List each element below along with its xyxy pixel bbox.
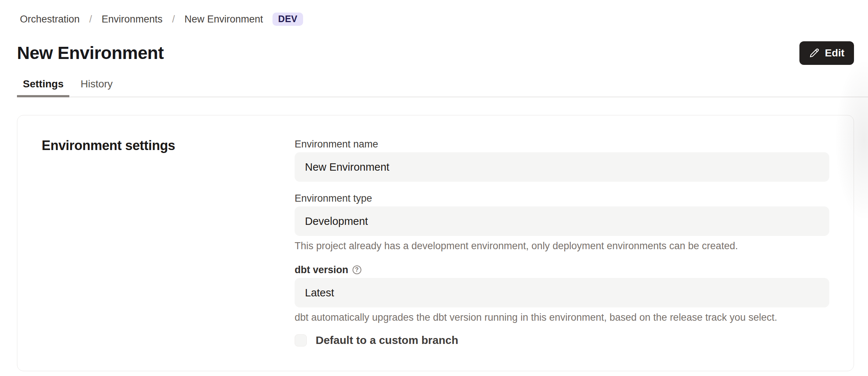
environment-settings-page: Orchestration / Environments / New Envir… bbox=[0, 0, 868, 376]
dbt-version-label: dbt version ? bbox=[295, 264, 829, 276]
environment-type-input[interactable]: Development bbox=[295, 206, 829, 236]
environment-name-field: Environment name New Environment bbox=[295, 138, 829, 182]
edit-button-label: Edit bbox=[825, 47, 844, 59]
dbt-version-input[interactable]: Latest bbox=[295, 278, 829, 307]
tab-history[interactable]: History bbox=[74, 74, 118, 97]
page-title: New Environment bbox=[17, 41, 164, 65]
breadcrumb-separator: / bbox=[89, 13, 92, 25]
dbt-version-helper-text: dbt automatically upgrades the dbt versi… bbox=[295, 312, 829, 323]
environment-type-label: Environment type bbox=[295, 192, 829, 204]
default-custom-branch-label[interactable]: Default to a custom branch bbox=[316, 334, 458, 347]
environment-dev-badge: DEV bbox=[272, 13, 303, 26]
environment-type-field: Environment type Development This projec… bbox=[295, 192, 829, 251]
breadcrumb: Orchestration / Environments / New Envir… bbox=[17, 13, 854, 26]
environment-name-input[interactable]: New Environment bbox=[295, 152, 829, 182]
breadcrumb-item-new-environment[interactable]: New Environment bbox=[184, 13, 263, 25]
environment-settings-form: Environment name New Environment Environ… bbox=[295, 137, 829, 347]
question-circle-icon[interactable]: ? bbox=[353, 265, 361, 274]
custom-branch-row: Default to a custom branch bbox=[295, 334, 829, 347]
environment-settings-card: Environment settings Environment name Ne… bbox=[17, 115, 854, 371]
pencil-icon bbox=[809, 48, 820, 59]
environment-type-helper-text: This project already has a development e… bbox=[295, 240, 829, 251]
dbt-version-label-text: dbt version bbox=[295, 264, 348, 276]
environment-name-label: Environment name bbox=[295, 138, 829, 150]
breadcrumb-item-environments[interactable]: Environments bbox=[102, 13, 163, 25]
section-heading: Environment settings bbox=[42, 137, 295, 347]
tab-bar: Settings History bbox=[17, 74, 868, 97]
breadcrumb-item-orchestration[interactable]: Orchestration bbox=[20, 13, 80, 25]
edit-button[interactable]: Edit bbox=[799, 41, 854, 65]
default-custom-branch-checkbox[interactable] bbox=[295, 334, 307, 347]
dbt-version-field: dbt version ? Latest dbt automatically u… bbox=[295, 264, 829, 323]
breadcrumb-separator: / bbox=[172, 13, 175, 25]
page-header: New Environment Edit bbox=[17, 41, 854, 65]
tab-settings[interactable]: Settings bbox=[17, 74, 69, 97]
